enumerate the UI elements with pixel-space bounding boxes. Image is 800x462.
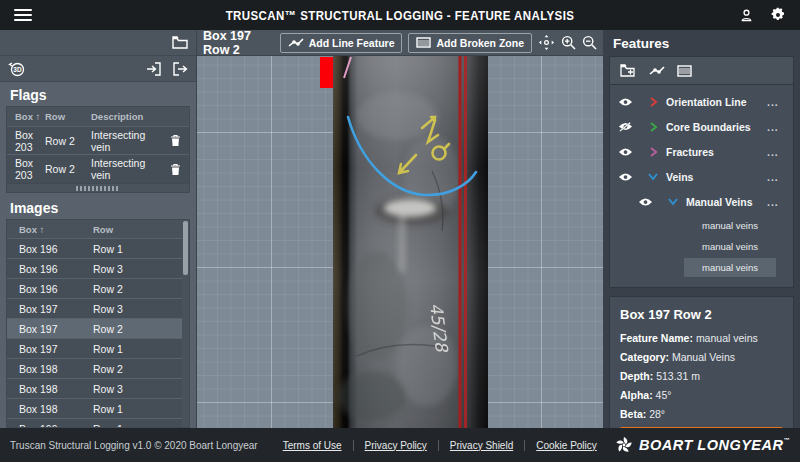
image-row[interactable]: Box 198Row 3 (7, 379, 189, 399)
flags-table-row[interactable]: Box 203 Row 2 Intersecting vein (7, 155, 189, 183)
sort-arrow-icon: ↑ (40, 224, 45, 235)
flags-table: Box ↑ Row Description Box 203 Row 2 Inte… (6, 106, 190, 184)
app-title: TRUSCAN™ STRUCTURAL LOGGING - FEATURE AN… (0, 8, 800, 22)
core-viewer-panel: Box 197 Row 2 Add Line Feature Add Broke… (197, 30, 603, 428)
row-menu-icon[interactable]: ... (767, 96, 793, 108)
feature-name-field: Feature Name: manual veins (620, 332, 783, 344)
row-menu-icon[interactable]: ... (767, 196, 793, 208)
chevron-right-icon[interactable] (640, 147, 666, 157)
tree-row-veins[interactable]: Veins ... (610, 164, 793, 189)
privacy-shield-link[interactable]: Privacy Shield (438, 440, 524, 451)
zoom-out-icon[interactable] (582, 35, 597, 50)
images-table-header[interactable]: Box ↑ Row (7, 220, 189, 239)
user-icon[interactable] (739, 8, 754, 23)
tree-row-manual-veins[interactable]: Manual Veins ... (610, 189, 793, 214)
polyline-icon (288, 38, 304, 48)
image-row[interactable]: Box 198Row 2 (7, 359, 189, 379)
boart-longyear-logo: BOART LONGYEAR™ (615, 436, 790, 454)
images-vertical-scrollbar[interactable] (182, 220, 189, 427)
chevron-right-icon[interactable] (640, 97, 666, 107)
line-feature-icon[interactable] (649, 66, 665, 76)
pan-tool-icon[interactable] (538, 34, 555, 51)
copyright-text: Truscan Structural Logging v1.0 © 2020 B… (10, 440, 258, 451)
export-icon[interactable] (172, 62, 188, 76)
features-toolbar (609, 56, 794, 84)
flags-section-title: Flags (0, 82, 196, 106)
tree-row-core-boundaries[interactable]: Core Boundaries ... (610, 114, 793, 139)
orientation-line[interactable] (464, 56, 467, 428)
svg-text:3D: 3D (13, 66, 22, 73)
image-row-selected[interactable]: Box 197Row 2 (7, 319, 189, 339)
privacy-policy-link[interactable]: Privacy Policy (353, 440, 438, 451)
image-row[interactable]: Box 198Row 1 (7, 399, 189, 419)
features-panel-title: Features (603, 30, 800, 56)
visibility-eye-off-icon[interactable] (610, 121, 640, 132)
scrollbar-grip[interactable] (76, 186, 120, 191)
features-tree: Orientation Line ... Core Boundaries ... (609, 84, 794, 288)
visibility-eye-icon[interactable] (630, 197, 660, 207)
features-sidebar: Features Orientation Line . (603, 30, 800, 428)
orientation-line[interactable] (459, 56, 462, 428)
viewer-toolbar: Box 197 Row 2 Add Line Feature Add Broke… (197, 30, 603, 56)
terms-of-use-link[interactable]: Terms of Use (272, 440, 353, 451)
flags-table-row[interactable]: Box 203 Row 2 Intersecting vein (7, 127, 189, 155)
flags-table-header[interactable]: Box ↑ Row Description (7, 107, 189, 127)
left-tools-bar: 3D (0, 56, 196, 82)
cookie-policy-link[interactable]: Cookie Policy (524, 440, 608, 451)
feature-item[interactable]: manual veins (684, 237, 776, 256)
broken-zone-icon[interactable] (677, 65, 692, 77)
settings-gear-icon[interactable] (770, 7, 786, 23)
chevron-right-icon[interactable] (640, 122, 666, 132)
import-icon[interactable] (146, 62, 162, 76)
broken-zone-icon (416, 37, 431, 48)
chevron-down-icon[interactable] (660, 197, 686, 206)
delete-flag-icon[interactable] (161, 163, 189, 176)
images-section-title: Images (0, 195, 196, 219)
image-row[interactable]: Box 196Row 1 (7, 239, 189, 259)
main-area: 3D Flags Box ↑ Row Description Box 203 R… (0, 30, 800, 428)
image-row[interactable]: Box 197Row 1 (7, 339, 189, 359)
scrollbar-thumb[interactable] (183, 221, 188, 275)
feature-overlay: 45/28 (197, 56, 603, 428)
flag-marker[interactable] (320, 57, 333, 88)
category-field: Category: Manual Veins (620, 351, 783, 363)
feature-item-selected[interactable]: manual veins (684, 258, 776, 277)
viewer-title: Box 197 Row 2 (203, 29, 274, 57)
alpha-field: Alpha: 45° (620, 389, 783, 401)
beta-field: Beta: 28° (620, 408, 783, 420)
top-bar: TRUSCAN™ STRUCTURAL LOGGING - FEATURE AN… (0, 0, 800, 30)
images-table: Box ↑ Row Box 196Row 1 Box 196Row 3 Box … (6, 219, 190, 428)
delete-flag-icon[interactable] (161, 134, 189, 147)
add-broken-zone-button[interactable]: Add Broken Zone (408, 33, 532, 53)
folder-icon[interactable] (172, 36, 188, 49)
zoom-in-icon[interactable] (561, 35, 576, 50)
image-row[interactable]: Box 196Row 3 (7, 259, 189, 279)
row-menu-icon[interactable]: ... (767, 171, 793, 183)
add-line-feature-button[interactable]: Add Line Feature (280, 33, 403, 53)
3d-view-icon[interactable]: 3D (8, 60, 26, 78)
image-row[interactable]: Box 196Row 2 (7, 279, 189, 299)
row-menu-icon[interactable]: ... (767, 121, 793, 133)
visibility-eye-icon[interactable] (610, 147, 640, 157)
visibility-eye-icon[interactable] (610, 97, 640, 107)
chevron-down-icon[interactable] (640, 172, 666, 181)
footer-bar: Truscan Structural Logging v1.0 © 2020 B… (0, 428, 800, 462)
details-title: Box 197 Row 2 (620, 307, 783, 322)
flags-horizontal-scrollbar[interactable] (6, 184, 190, 193)
tree-row-orientation-line[interactable]: Orientation Line ... (610, 89, 793, 114)
image-row[interactable]: Box 199Row 1 (7, 419, 189, 428)
core-boundary-line[interactable] (344, 57, 351, 78)
core-image-viewer[interactable]: 45/28 (197, 56, 603, 428)
tree-row-fractures[interactable]: Fractures ... (610, 139, 793, 164)
feature-item[interactable]: manual veins (684, 216, 776, 235)
sort-arrow-icon: ↑ (36, 111, 41, 122)
row-menu-icon[interactable]: ... (767, 146, 793, 158)
left-sidebar: 3D Flags Box ↑ Row Description Box 203 R… (0, 30, 197, 428)
left-top-bar (0, 30, 196, 56)
depth-field: Depth: 513.31 m (620, 370, 783, 382)
pinwheel-icon (615, 436, 633, 454)
add-folder-icon[interactable] (620, 64, 637, 77)
footer-links: Terms of Use Privacy Policy Privacy Shie… (272, 440, 608, 451)
image-row[interactable]: Box 197Row 3 (7, 299, 189, 319)
visibility-eye-icon[interactable] (610, 172, 640, 182)
